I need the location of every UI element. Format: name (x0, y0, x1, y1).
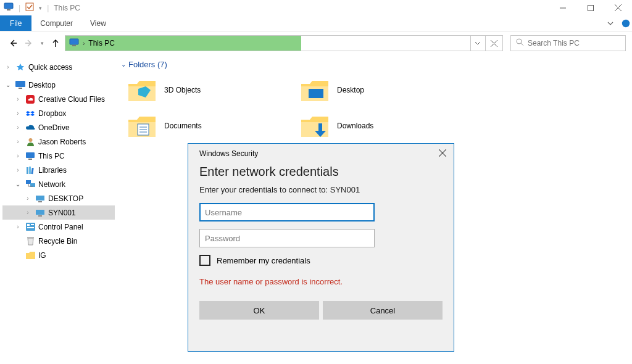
folder-3d-objects[interactable]: 3D Objects (127, 74, 288, 106)
tree-item-libraries[interactable]: › Libraries (2, 163, 115, 177)
svg-rect-22 (28, 159, 32, 160)
svg-point-7 (622, 19, 630, 27)
control-panel-icon (25, 223, 36, 231)
svg-rect-37 (27, 227, 34, 228)
thispc-icon (25, 152, 36, 160)
svg-rect-35 (27, 224, 30, 226)
forward-button[interactable] (22, 36, 36, 50)
tree-control-panel[interactable]: › Control Panel (2, 220, 115, 234)
thispc-monitor-icon (4, 2, 14, 13)
svg-rect-26 (26, 180, 31, 184)
tab-file[interactable]: File (0, 15, 31, 31)
ok-button[interactable]: OK (199, 301, 319, 320)
stop-refresh-button[interactable] (485, 36, 502, 51)
folder-downloads-icon (300, 112, 330, 139)
tree-item-onedrive[interactable]: › OneDrive (2, 120, 115, 134)
svg-rect-33 (38, 215, 42, 217)
svg-rect-36 (31, 224, 34, 225)
tab-view[interactable]: View (81, 15, 115, 31)
computer-node-icon (35, 195, 46, 202)
computer-node-icon (35, 209, 46, 217)
svg-rect-32 (36, 210, 44, 215)
search-input[interactable] (528, 39, 620, 48)
network-icon (25, 180, 36, 188)
tree-item-user[interactable]: › Jason Roberts (2, 134, 115, 149)
ribbon: File Computer View (0, 15, 632, 31)
svg-point-20 (28, 138, 32, 142)
svg-rect-24 (29, 167, 31, 174)
folder-documents-icon (127, 112, 157, 139)
dialog-title: Windows Security (199, 149, 258, 158)
svg-rect-34 (26, 223, 35, 231)
svg-rect-18 (19, 88, 22, 89)
qat-dropdown-icon[interactable]: ▾ (39, 5, 42, 11)
svg-rect-25 (31, 167, 33, 173)
folders-section-header[interactable]: ⌄ Folders (7) (121, 60, 632, 69)
recycle-bin-icon (25, 236, 36, 246)
tree-desktop[interactable]: ⌄ Desktop (2, 78, 115, 92)
tab-computer[interactable]: Computer (31, 15, 81, 31)
breadcrumb-thispc[interactable]: This PC (88, 39, 115, 48)
svg-rect-31 (38, 201, 42, 202)
dropbox-icon (25, 109, 36, 118)
password-input[interactable] (199, 229, 375, 247)
dialog-heading: Enter network credentials (188, 161, 454, 185)
dialog-message: Enter your credentials to connect to: SY… (199, 185, 443, 194)
svg-rect-38 (27, 237, 34, 238)
user-icon (25, 138, 36, 146)
tree-network-desktop[interactable]: › DESKTOP (2, 191, 115, 205)
tree-ig[interactable]: › IG (2, 248, 115, 262)
credentials-dialog: Windows Security Enter network credentia… (188, 143, 454, 352)
onedrive-icon (25, 124, 36, 131)
tree-quick-access[interactable]: › Quick access (2, 60, 115, 74)
thispc-breadcrumb-icon (69, 38, 79, 48)
svg-rect-21 (26, 152, 35, 158)
titlebar: | ▾ | This PC (0, 0, 632, 15)
tree-recycle-bin[interactable]: › Recycle Bin (2, 234, 115, 248)
desktop-icon (15, 81, 26, 89)
navbar: ▾ › This PC (0, 31, 632, 55)
minimize-button[interactable] (549, 0, 576, 15)
tree-item-thispc[interactable]: › This PC (2, 149, 115, 163)
svg-rect-2 (26, 3, 33, 10)
close-button[interactable] (604, 0, 632, 15)
search-icon (516, 38, 524, 48)
breadcrumb-chevron-icon[interactable]: › (83, 40, 85, 47)
qat-properties-icon[interactable] (25, 2, 34, 13)
recent-dropdown-icon[interactable]: ▾ (38, 36, 46, 50)
tree-network[interactable]: ⌄ Network (2, 177, 115, 191)
remember-checkbox[interactable]: Remember my credentials (199, 255, 443, 266)
svg-rect-39 (309, 89, 323, 98)
svg-rect-30 (36, 196, 44, 201)
tree-item-creative-cloud[interactable]: › Creative Cloud Files (2, 92, 115, 106)
folder-documents[interactable]: Documents (127, 110, 288, 142)
svg-point-15 (517, 39, 522, 44)
back-button[interactable] (6, 36, 20, 50)
tree-item-dropbox[interactable]: › Dropbox (2, 106, 115, 120)
svg-rect-12 (72, 45, 76, 46)
username-input[interactable] (199, 203, 375, 221)
folder-icon (25, 252, 36, 259)
folder-desktop-icon (300, 77, 330, 104)
address-bar[interactable]: › This PC (65, 35, 503, 51)
nav-tree[interactable]: › Quick access ⌄ Desktop › Creative Clou… (0, 55, 117, 364)
address-dropdown[interactable] (470, 36, 485, 51)
svg-rect-4 (588, 5, 593, 10)
creative-cloud-icon (25, 95, 36, 104)
folder-desktop[interactable]: Desktop (300, 74, 460, 106)
chevron-down-icon: ⌄ (121, 61, 126, 68)
tree-network-syn001[interactable]: › SYN001 (2, 205, 115, 220)
checkbox-box (199, 255, 210, 266)
folder-downloads[interactable]: Downloads (300, 110, 460, 142)
maximize-button[interactable] (576, 0, 604, 15)
dialog-close-button[interactable] (439, 149, 446, 159)
ribbon-expand-icon[interactable] (601, 15, 620, 31)
help-icon[interactable] (620, 15, 632, 31)
star-icon (15, 63, 26, 72)
svg-rect-23 (27, 167, 28, 174)
libraries-icon (25, 166, 36, 175)
svg-rect-17 (15, 81, 25, 87)
up-button[interactable] (49, 36, 62, 50)
cancel-button[interactable]: Cancel (323, 301, 443, 320)
search-box[interactable] (510, 35, 626, 51)
